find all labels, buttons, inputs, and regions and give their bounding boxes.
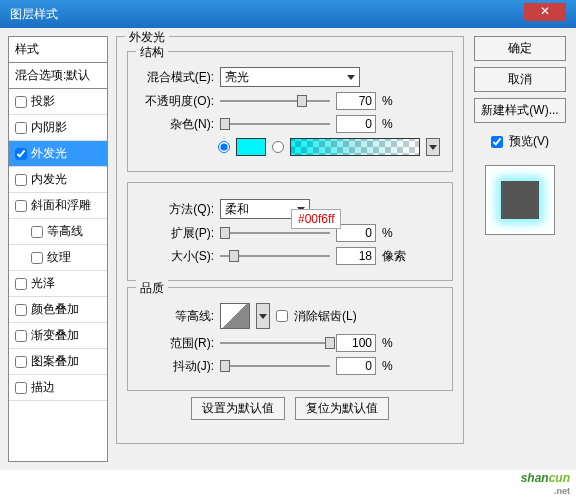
dialog-body: 样式 混合选项:默认 投影内阴影外发光内发光斜面和浮雕等高线纹理光泽颜色叠加渐变… bbox=[0, 28, 576, 470]
style-item-11[interactable]: 描边 bbox=[9, 375, 107, 401]
spread-label: 扩展(P): bbox=[138, 225, 214, 242]
structure-group: 结构 混合模式(E): 亮光 不透明度(O): % 杂色(N): bbox=[127, 51, 453, 172]
reset-default-button[interactable]: 复位为默认值 bbox=[295, 397, 389, 420]
preview-label: 预览(V) bbox=[509, 133, 549, 150]
noise-slider[interactable] bbox=[220, 123, 330, 125]
jitter-unit: % bbox=[382, 359, 393, 373]
color-tooltip: #00f6ff bbox=[291, 209, 341, 229]
style-item-label: 描边 bbox=[31, 379, 55, 396]
range-unit: % bbox=[382, 336, 393, 350]
style-item-7[interactable]: 光泽 bbox=[9, 271, 107, 297]
style-checkbox[interactable] bbox=[15, 278, 27, 290]
style-checkbox[interactable] bbox=[15, 96, 27, 108]
opacity-slider[interactable] bbox=[220, 100, 330, 102]
elements-group: 方法(Q): 柔和 扩展(P): % 大小(S): 像索 bbox=[127, 182, 453, 281]
styles-panel: 样式 混合选项:默认 投影内阴影外发光内发光斜面和浮雕等高线纹理光泽颜色叠加渐变… bbox=[8, 36, 108, 462]
gradient-picker-arrow[interactable] bbox=[426, 138, 440, 156]
preview-checkbox[interactable] bbox=[491, 136, 503, 148]
style-checkbox[interactable] bbox=[31, 252, 43, 264]
style-checkbox[interactable] bbox=[15, 174, 27, 186]
ok-button[interactable]: 确定 bbox=[474, 36, 566, 61]
style-checkbox[interactable] bbox=[15, 304, 27, 316]
style-checkbox[interactable] bbox=[15, 148, 27, 160]
style-item-label: 内发光 bbox=[31, 171, 67, 188]
style-checkbox[interactable] bbox=[15, 200, 27, 212]
technique-label: 方法(Q): bbox=[138, 201, 214, 218]
spread-unit: % bbox=[382, 226, 393, 240]
style-checkbox[interactable] bbox=[15, 330, 27, 342]
size-unit: 像索 bbox=[382, 248, 406, 265]
preview-box bbox=[485, 165, 555, 235]
noise-input[interactable] bbox=[336, 115, 376, 133]
spread-slider[interactable] bbox=[220, 232, 330, 234]
style-item-6[interactable]: 纹理 bbox=[9, 245, 107, 271]
blend-mode-dropdown[interactable]: 亮光 bbox=[220, 67, 360, 87]
noise-label: 杂色(N): bbox=[138, 116, 214, 133]
style-item-9[interactable]: 渐变叠加 bbox=[9, 323, 107, 349]
opacity-input[interactable] bbox=[336, 92, 376, 110]
style-checkbox[interactable] bbox=[15, 356, 27, 368]
range-slider[interactable] bbox=[220, 342, 330, 344]
style-item-2[interactable]: 外发光 bbox=[9, 141, 107, 167]
styles-header[interactable]: 样式 bbox=[9, 37, 107, 63]
jitter-input[interactable] bbox=[336, 357, 376, 375]
style-item-4[interactable]: 斜面和浮雕 bbox=[9, 193, 107, 219]
range-input[interactable] bbox=[336, 334, 376, 352]
technique-value: 柔和 bbox=[225, 201, 249, 218]
color-swatch[interactable] bbox=[236, 138, 266, 156]
style-item-1[interactable]: 内阴影 bbox=[9, 115, 107, 141]
style-checkbox[interactable] bbox=[15, 122, 27, 134]
opacity-unit: % bbox=[382, 94, 393, 108]
watermark: shancun .net bbox=[521, 468, 570, 496]
contour-picker[interactable] bbox=[220, 303, 250, 329]
quality-group: 品质 等高线: 消除锯齿(L) 范围(R): % 抖动(J): bbox=[127, 287, 453, 391]
style-item-5[interactable]: 等高线 bbox=[9, 219, 107, 245]
style-item-3[interactable]: 内发光 bbox=[9, 167, 107, 193]
style-checkbox[interactable] bbox=[31, 226, 43, 238]
window-title: 图层样式 bbox=[10, 6, 58, 23]
contour-picker-arrow[interactable] bbox=[256, 303, 270, 329]
style-item-8[interactable]: 颜色叠加 bbox=[9, 297, 107, 323]
style-checkbox[interactable] bbox=[15, 382, 27, 394]
size-input[interactable] bbox=[336, 247, 376, 265]
gradient-radio[interactable] bbox=[272, 141, 284, 153]
anti-alias-checkbox[interactable] bbox=[276, 310, 288, 322]
style-item-0[interactable]: 投影 bbox=[9, 89, 107, 115]
style-item-label: 投影 bbox=[31, 93, 55, 110]
style-item-label: 等高线 bbox=[47, 223, 83, 240]
blend-mode-value: 亮光 bbox=[225, 69, 249, 86]
new-style-button[interactable]: 新建样式(W)... bbox=[474, 98, 566, 123]
blend-options-item[interactable]: 混合选项:默认 bbox=[9, 63, 107, 89]
style-item-label: 颜色叠加 bbox=[31, 301, 79, 318]
chevron-down-icon bbox=[347, 75, 355, 80]
preview-swatch bbox=[501, 181, 539, 219]
right-panel: 确定 取消 新建样式(W)... 预览(V) bbox=[472, 36, 568, 462]
titlebar: 图层样式 ✕ bbox=[0, 0, 576, 28]
noise-unit: % bbox=[382, 117, 393, 131]
style-item-label: 光泽 bbox=[31, 275, 55, 292]
jitter-slider[interactable] bbox=[220, 365, 330, 367]
style-item-label: 外发光 bbox=[31, 145, 67, 162]
style-item-label: 内阴影 bbox=[31, 119, 67, 136]
style-item-label: 渐变叠加 bbox=[31, 327, 79, 344]
close-button[interactable]: ✕ bbox=[524, 3, 566, 21]
style-item-10[interactable]: 图案叠加 bbox=[9, 349, 107, 375]
size-slider[interactable] bbox=[220, 255, 330, 257]
style-item-label: 纹理 bbox=[47, 249, 71, 266]
structure-legend: 结构 bbox=[136, 44, 168, 61]
spread-input[interactable] bbox=[336, 224, 376, 242]
opacity-label: 不透明度(O): bbox=[138, 93, 214, 110]
blend-mode-label: 混合模式(E): bbox=[138, 69, 214, 86]
set-default-button[interactable]: 设置为默认值 bbox=[191, 397, 285, 420]
quality-legend: 品质 bbox=[136, 280, 168, 297]
style-item-label: 图案叠加 bbox=[31, 353, 79, 370]
color-radio[interactable] bbox=[218, 141, 230, 153]
range-label: 范围(R): bbox=[138, 335, 214, 352]
size-label: 大小(S): bbox=[138, 248, 214, 265]
style-item-label: 斜面和浮雕 bbox=[31, 197, 91, 214]
cancel-button[interactable]: 取消 bbox=[474, 67, 566, 92]
outer-glow-group: 外发光 结构 混合模式(E): 亮光 不透明度(O): % bbox=[116, 36, 464, 444]
contour-label: 等高线: bbox=[138, 308, 214, 325]
anti-alias-label: 消除锯齿(L) bbox=[294, 308, 357, 325]
gradient-swatch[interactable] bbox=[290, 138, 420, 156]
